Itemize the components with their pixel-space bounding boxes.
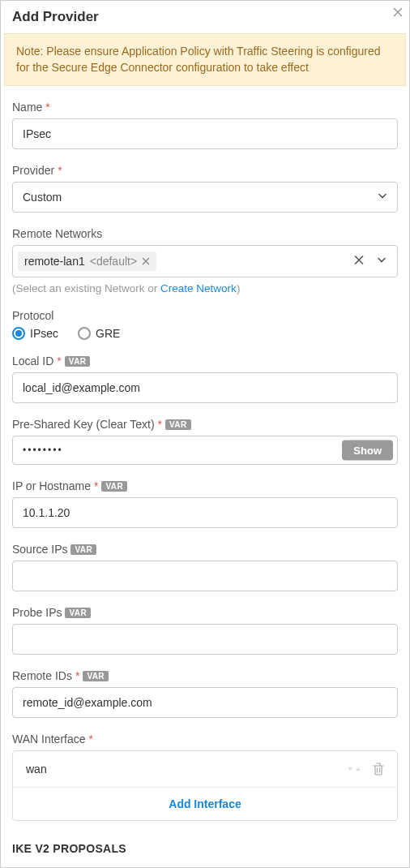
protocol-gre-radio[interactable]: GRE xyxy=(78,327,120,340)
field-name: Name * xyxy=(12,101,398,149)
label-remote-networks: Remote Networks xyxy=(12,227,102,240)
provider-value: Custom xyxy=(23,191,62,204)
radio-icon xyxy=(12,327,25,340)
field-provider: Provider * Custom xyxy=(12,164,398,213)
var-badge: VAR xyxy=(70,544,96,555)
label-source-ips: Source IPs xyxy=(12,543,67,556)
psk-input[interactable]: •••••••• xyxy=(12,436,398,465)
ip-hostname-input[interactable] xyxy=(12,497,398,528)
protocol-ipsec-radio[interactable]: IPsec xyxy=(12,327,58,340)
dialog-title: Add Provider xyxy=(12,9,99,24)
label-local-id: Local ID xyxy=(12,355,53,367)
show-button[interactable]: Show xyxy=(342,440,393,461)
dialog-header: Add Provider xyxy=(1,1,409,33)
radio-label: IPsec xyxy=(30,327,58,340)
label-protocol: Protocol xyxy=(12,309,53,322)
label-psk: Pre-Shared Key (Clear Text) xyxy=(12,418,155,431)
field-wan-interface: WAN Interface * wan xyxy=(12,733,398,821)
reorder-icons[interactable] xyxy=(347,764,361,774)
provider-select[interactable]: Custom xyxy=(12,182,398,213)
ike-proposals-section-title: IKE V2 PROPOSALS xyxy=(1,842,409,855)
label-provider: Provider xyxy=(12,164,54,177)
var-badge: VAR xyxy=(101,481,127,492)
wan-name: wan xyxy=(26,763,47,776)
wan-interface-table: wan Add Interface xyxy=(12,750,398,821)
local-id-input[interactable] xyxy=(12,372,398,403)
remote-networks-hint: (Select an existing Network or Create Ne… xyxy=(12,282,398,294)
chevron-down-icon[interactable] xyxy=(376,255,387,269)
radio-icon xyxy=(78,327,91,340)
remote-network-chip: remote-lan1 <default> xyxy=(18,251,156,271)
required-indicator: * xyxy=(45,101,49,114)
field-probe-ips: Probe IPs VAR xyxy=(12,606,398,655)
source-ips-input[interactable] xyxy=(12,561,398,591)
name-input[interactable] xyxy=(12,118,398,149)
field-protocol: Protocol IPsec GRE xyxy=(12,309,398,340)
required-indicator: * xyxy=(89,733,93,746)
add-interface-button[interactable]: Add Interface xyxy=(13,788,397,820)
required-indicator: * xyxy=(58,164,62,177)
clear-all-icon[interactable] xyxy=(353,253,365,270)
required-indicator: * xyxy=(57,355,61,367)
field-ip-hostname: IP or Hostname * VAR xyxy=(12,479,398,528)
close-icon[interactable] xyxy=(393,6,403,20)
var-badge: VAR xyxy=(65,356,91,367)
var-badge: VAR xyxy=(65,608,91,618)
field-psk: Pre-Shared Key (Clear Text) * VAR ••••••… xyxy=(12,418,398,465)
field-local-id: Local ID * VAR xyxy=(12,355,398,403)
radio-label: GRE xyxy=(96,327,120,340)
chip-name: remote-lan1 xyxy=(24,255,85,268)
field-remote-ids: Remote IDs * VAR xyxy=(12,669,398,718)
label-remote-ids: Remote IDs xyxy=(12,669,72,682)
chip-default: <default> xyxy=(90,255,137,268)
label-ip-hostname: IP or Hostname xyxy=(12,479,91,492)
field-source-ips: Source IPs VAR xyxy=(12,543,398,591)
required-indicator: * xyxy=(94,479,98,492)
label-wan-interface: WAN Interface xyxy=(12,733,86,746)
var-badge: VAR xyxy=(83,671,109,681)
label-name: Name xyxy=(12,101,42,114)
trash-icon[interactable] xyxy=(373,763,384,776)
config-note: Note: Please ensure Application Policy w… xyxy=(4,33,406,86)
var-badge: VAR xyxy=(165,419,191,430)
label-probe-ips: Probe IPs xyxy=(12,606,62,619)
probe-ips-input[interactable] xyxy=(12,624,398,655)
required-indicator: * xyxy=(75,669,79,682)
chip-remove-icon[interactable] xyxy=(142,255,150,268)
wan-interface-row: wan xyxy=(13,751,397,788)
remote-ids-input[interactable] xyxy=(12,687,398,718)
remote-networks-input[interactable]: remote-lan1 <default> xyxy=(12,245,398,277)
required-indicator: * xyxy=(158,418,162,431)
create-network-link[interactable]: Create Network xyxy=(160,282,237,294)
field-remote-networks: Remote Networks remote-lan1 <default> (S… xyxy=(12,227,398,294)
